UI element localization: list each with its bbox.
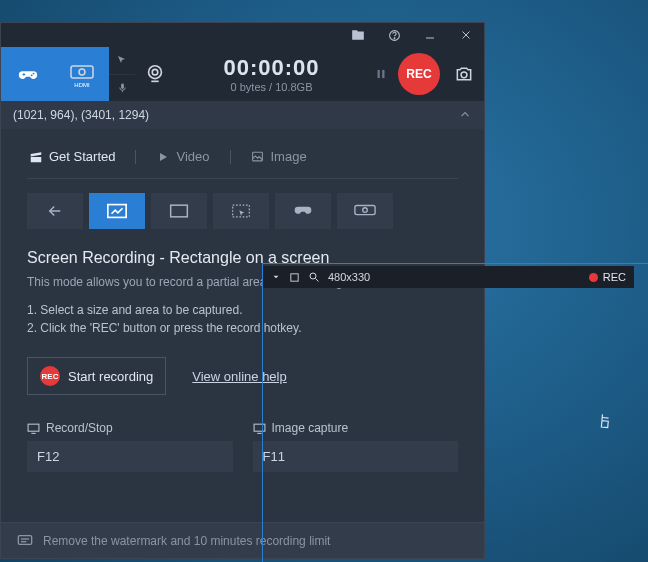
tab-separator — [135, 150, 136, 164]
selection-search-icon[interactable] — [308, 271, 320, 283]
selection-size: 480x330 — [328, 271, 370, 283]
timer-value: 00:00:00 — [223, 55, 319, 81]
selection-move-icon[interactable] — [289, 272, 300, 283]
minimize-icon[interactable] — [420, 25, 440, 45]
help-icon[interactable] — [384, 25, 404, 45]
selection-toolbar: 480x330 REC — [263, 266, 634, 288]
hotkey-record-col: Record/Stop — [27, 421, 233, 472]
selection-rec-label: REC — [603, 271, 626, 283]
cm-rectangle-button[interactable] — [89, 193, 145, 229]
panel-tabs: Get Started Video Image — [27, 145, 458, 179]
svg-point-1 — [394, 37, 395, 38]
capture-mode-row — [27, 193, 458, 229]
tab-separator — [230, 150, 231, 164]
start-recording-button[interactable]: REC Start recording — [27, 357, 166, 395]
selection-dropdown-icon[interactable] — [271, 272, 281, 282]
cm-fullscreen-button[interactable] — [151, 193, 207, 229]
hotkey-record-input[interactable] — [27, 441, 233, 472]
svg-point-10 — [152, 69, 158, 75]
tab-video[interactable]: Video — [154, 145, 211, 168]
selection-rec-button[interactable]: REC — [589, 271, 626, 283]
svg-line-30 — [316, 279, 319, 282]
mic-toggle-icon[interactable] — [109, 75, 135, 102]
record-button[interactable]: REC — [394, 47, 444, 101]
svg-point-29 — [310, 273, 316, 279]
topbar: HDMI 00:00:00 0 bytes / 10.8GB REC — [1, 47, 484, 101]
pause-button[interactable] — [368, 47, 394, 101]
svg-point-9 — [149, 66, 162, 79]
webcam-button[interactable] — [135, 47, 175, 101]
svg-rect-19 — [355, 206, 375, 215]
svg-point-13 — [461, 72, 467, 78]
coordinates-bar: (1021, 964), (3401, 1294) — [1, 101, 484, 129]
svg-rect-11 — [378, 70, 380, 78]
mode-device-button[interactable]: HDMI — [55, 47, 109, 101]
rec-dot-icon — [589, 273, 598, 282]
small-buttons-col — [109, 47, 135, 101]
svg-rect-21 — [28, 424, 39, 431]
tab-image-label: Image — [271, 149, 307, 164]
coordinates-text: (1021, 964), (3401, 1294) — [13, 108, 149, 122]
cm-game-button[interactable] — [275, 193, 331, 229]
timer-area: 00:00:00 0 bytes / 10.8GB — [175, 47, 368, 101]
svg-rect-28 — [291, 273, 298, 280]
screenshot-button[interactable] — [444, 47, 484, 101]
bytes-value: 0 bytes / 10.8GB — [231, 81, 313, 93]
mode-game-button[interactable] — [1, 47, 55, 101]
tab-image[interactable]: Image — [249, 145, 309, 168]
tab-video-label: Video — [176, 149, 209, 164]
svg-point-20 — [363, 208, 368, 213]
rec-dot-icon: REC — [40, 366, 60, 386]
titlebar — [1, 23, 484, 47]
close-icon[interactable] — [456, 25, 476, 45]
image-icon — [251, 150, 265, 164]
hotkey-record-text: Record/Stop — [46, 421, 113, 435]
hotkey-record-label: Record/Stop — [27, 421, 233, 435]
record-circle[interactable]: REC — [398, 53, 440, 95]
tab-get-started-label: Get Started — [49, 149, 115, 164]
svg-rect-5 — [71, 66, 93, 78]
cm-around-mouse-button[interactable] — [213, 193, 269, 229]
chat-icon — [17, 534, 33, 548]
open-folder-icon[interactable] — [348, 25, 368, 45]
cm-device-button[interactable] — [337, 193, 393, 229]
monitor-icon — [27, 423, 40, 434]
svg-rect-25 — [18, 535, 31, 544]
svg-rect-7 — [121, 84, 124, 90]
svg-rect-12 — [382, 70, 384, 78]
svg-rect-17 — [171, 205, 188, 217]
collapse-icon[interactable] — [458, 108, 472, 122]
tab-get-started[interactable]: Get Started — [27, 145, 117, 168]
capture-selection-rectangle[interactable] — [263, 264, 648, 562]
svg-point-6 — [79, 69, 85, 75]
start-recording-label: Start recording — [68, 369, 153, 384]
play-icon — [156, 150, 170, 164]
cursor-toggle-icon[interactable] — [109, 47, 135, 75]
clapper-icon — [29, 150, 43, 164]
cm-back-button[interactable] — [27, 193, 83, 229]
